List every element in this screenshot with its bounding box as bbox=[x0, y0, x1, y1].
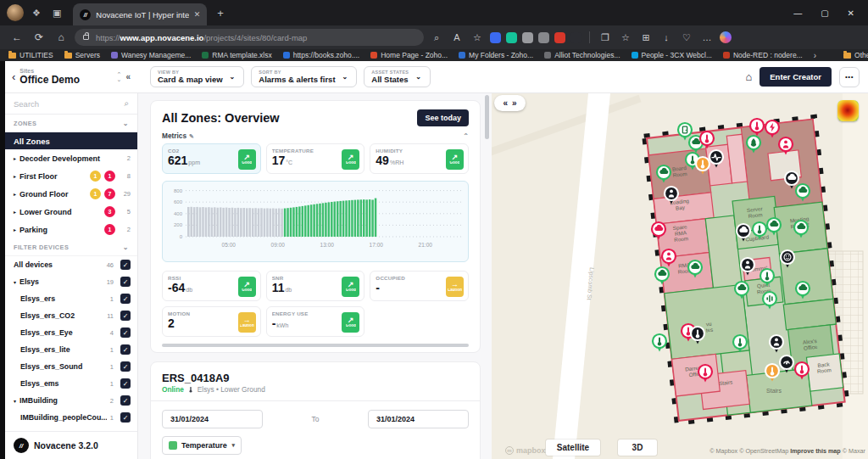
browser-icon[interactable]: A bbox=[449, 32, 465, 42]
browser-menu-icon[interactable]: ☆ bbox=[618, 32, 633, 43]
toolbar-dropdown[interactable]: ASSET STATES All States ⌄ bbox=[364, 66, 431, 87]
device-checkbox[interactable]: ✓ bbox=[120, 294, 131, 304]
3d-button[interactable]: 3D bbox=[618, 439, 657, 456]
metric-card[interactable]: OCCUPIED - → Caution bbox=[370, 271, 469, 301]
filter-devices-header[interactable]: FILTER DEVICES ⌄ bbox=[5, 238, 137, 256]
browser-menu-icon[interactable]: ♡ bbox=[679, 32, 694, 43]
bookmark-item[interactable]: People - 3CX Webcl... bbox=[632, 51, 712, 59]
search-input[interactable] bbox=[14, 99, 124, 109]
bookmark-item[interactable]: Wanesy Manageme... bbox=[111, 51, 191, 59]
bookmark-item[interactable]: Alliot Technologies... bbox=[544, 51, 620, 59]
metric-card[interactable]: TEMPERATURE 17°C ↗ Good bbox=[266, 143, 365, 174]
site-name[interactable]: Office Demo bbox=[19, 74, 112, 86]
toolbar-dropdown[interactable]: SORT BY Alarms & alerts first ⌄ bbox=[251, 66, 357, 87]
sidebar-device-item[interactable]: Elsys_ers 1 ✓ bbox=[5, 290, 137, 307]
enter-creator-button[interactable]: Enter Creator bbox=[760, 67, 832, 87]
sidebar-zone-item[interactable]: ▸ Ground Floor 1 7 29 bbox=[5, 185, 137, 203]
collapse-sidebar-icon[interactable]: « bbox=[125, 72, 131, 81]
device-checkbox[interactable]: ✓ bbox=[120, 260, 131, 270]
other-favorites[interactable]: Other favorites bbox=[843, 51, 868, 59]
bookmarks-overflow-icon[interactable]: › bbox=[814, 51, 816, 60]
profile-avatar[interactable] bbox=[7, 4, 24, 21]
bookmark-item[interactable]: Home Page - Zoho... bbox=[370, 51, 448, 59]
device-checkbox[interactable]: ✓ bbox=[120, 361, 131, 372]
copilot-icon[interactable] bbox=[720, 31, 732, 43]
bookmark-item[interactable]: My Folders - Zoho... bbox=[459, 51, 533, 59]
workspaces-icon[interactable]: ❖ bbox=[32, 8, 41, 19]
zones-section-header[interactable]: ZONES ⌄ bbox=[5, 115, 137, 132]
nav-icon[interactable]: ⌂ bbox=[53, 31, 70, 43]
date-to-input[interactable]: 31/01/2024 bbox=[368, 410, 469, 428]
extension-icon[interactable] bbox=[522, 32, 533, 43]
device-checkbox[interactable]: ✓ bbox=[120, 412, 131, 423]
browser-icon[interactable]: ⌕ bbox=[429, 32, 444, 43]
improve-map-link[interactable]: Improve this map bbox=[790, 447, 841, 455]
sidebar-zone-item[interactable]: ▸ Decoder Development 2 bbox=[5, 149, 137, 167]
sidebar-device-item[interactable]: All devices 46 ✓ bbox=[5, 256, 137, 273]
sidebar-device-item[interactable]: Elsys_ers_lite 1 ✓ bbox=[5, 341, 137, 358]
sidebar-zone-item[interactable]: ▸ First Floor 1 1 8 bbox=[5, 167, 137, 185]
metric-card[interactable]: HUMIDITY 49%RH ↗ Good bbox=[370, 143, 469, 174]
window-control[interactable]: ✕ bbox=[848, 8, 854, 18]
co2-history-chart[interactable]: 800600400200005:0009:0013:0017:0021:00 bbox=[162, 181, 469, 262]
window-control[interactable]: — bbox=[793, 8, 802, 18]
caret-icon[interactable]: ▸ bbox=[14, 209, 16, 215]
vertical-scrollbar[interactable] bbox=[485, 95, 489, 139]
sidebar-zone-item[interactable]: ▸ Parking 1 2 bbox=[5, 221, 137, 238]
device-checkbox[interactable]: ✓ bbox=[120, 327, 131, 338]
horizontal-scrollbar[interactable] bbox=[162, 344, 469, 347]
sidebar-item-all-zones[interactable]: All Zones bbox=[5, 132, 137, 149]
browser-menu-icon[interactable]: ↓ bbox=[659, 32, 674, 42]
sidebar-device-item[interactable]: ▾ IMBuilding 2 ✓ bbox=[5, 392, 137, 409]
caret-icon[interactable]: ▾ bbox=[14, 398, 16, 404]
browser-menu-icon[interactable]: ❐ bbox=[598, 32, 613, 43]
back-icon[interactable]: ‹ bbox=[12, 70, 15, 83]
metric-card[interactable]: CO2 621ppm ↗ Good bbox=[162, 143, 261, 174]
caret-icon[interactable]: ▾ bbox=[14, 279, 16, 285]
metric-card[interactable]: SNR 11db ↗ Good bbox=[266, 271, 365, 301]
browser-tab[interactable]: // Novacene IoT | Hyper intelligenc ✕ bbox=[73, 3, 207, 25]
map-container[interactable]: Lipscomb StBoardRoomLoadingBaySpareRMARo… bbox=[492, 93, 868, 459]
panel-expand-collapse[interactable]: «» bbox=[494, 95, 526, 111]
home-icon[interactable]: ⌂ bbox=[745, 70, 752, 83]
bookmark-item[interactable]: Node-RED : nodere... bbox=[723, 51, 803, 59]
caret-icon[interactable]: ▸ bbox=[14, 173, 16, 179]
nav-icon[interactable]: ⟳ bbox=[31, 31, 47, 43]
metric-card[interactable]: ENERGY USE -kWh ↗ Good bbox=[266, 306, 365, 337]
extension-icon[interactable] bbox=[554, 32, 565, 43]
device-checkbox[interactable]: ✓ bbox=[120, 395, 131, 406]
caret-icon[interactable]: ▸ bbox=[14, 191, 16, 197]
heatmap-toggle-icon[interactable] bbox=[837, 100, 859, 121]
bookmark-item[interactable]: UTILITIES bbox=[8, 51, 53, 59]
see-today-button[interactable]: See today bbox=[417, 109, 469, 126]
bookmark-item[interactable]: Servers bbox=[64, 51, 100, 59]
site-switcher-icon[interactable]: ⌃⌄ bbox=[117, 72, 122, 81]
tab-actions-icon[interactable]: ▣ bbox=[53, 8, 61, 19]
extension-icon[interactable] bbox=[538, 32, 549, 43]
sidebar-device-item[interactable]: Elsys_ers_Sound 1 ✓ bbox=[5, 358, 137, 375]
device-checkbox[interactable]: ✓ bbox=[120, 344, 131, 355]
new-tab-button[interactable]: + bbox=[217, 7, 224, 20]
address-bar[interactable]: https://www.app.novacene.io/projects/4/s… bbox=[75, 29, 424, 46]
bookmark-item[interactable]: RMA template.xlsx bbox=[202, 51, 271, 59]
sidebar-zone-item[interactable]: ▸ Lower Ground 3 5 bbox=[5, 203, 137, 221]
bookmark-item[interactable]: https://books.zoho.... bbox=[283, 51, 359, 59]
sidebar-device-item[interactable]: Elsys_ers_Eye 4 ✓ bbox=[5, 324, 137, 341]
date-from-input[interactable]: 31/01/2024 bbox=[162, 410, 263, 428]
browser-icon[interactable]: ☆ bbox=[470, 32, 485, 43]
series-select[interactable]: Temperature ▾ bbox=[162, 436, 242, 455]
metric-card[interactable]: MOTION 2 → Caution bbox=[162, 306, 261, 337]
sidebar-device-item[interactable]: Elsys_ers_CO2 11 ✓ bbox=[5, 307, 137, 324]
tab-close-icon[interactable]: ✕ bbox=[194, 10, 201, 19]
device-checkbox[interactable]: ✓ bbox=[120, 311, 131, 321]
device-checkbox[interactable]: ✓ bbox=[120, 378, 131, 389]
browser-menu-icon[interactable]: ⊞ bbox=[638, 32, 654, 43]
sidebar-device-item[interactable]: ▾ Elsys 19 ✓ bbox=[5, 273, 137, 290]
extension-icon[interactable] bbox=[570, 32, 581, 43]
toolbar-dropdown[interactable]: VIEW BY Card & map view ⌄ bbox=[150, 66, 244, 87]
metric-card[interactable]: RSSI -64db ↗ Good bbox=[162, 271, 261, 301]
device-checkbox[interactable]: ✓ bbox=[120, 277, 131, 287]
floorplan-map[interactable]: Lipscomb StBoardRoomLoadingBaySpareRMARo… bbox=[492, 93, 868, 459]
window-control[interactable]: ▢ bbox=[821, 8, 828, 18]
extension-icon[interactable] bbox=[490, 32, 501, 43]
